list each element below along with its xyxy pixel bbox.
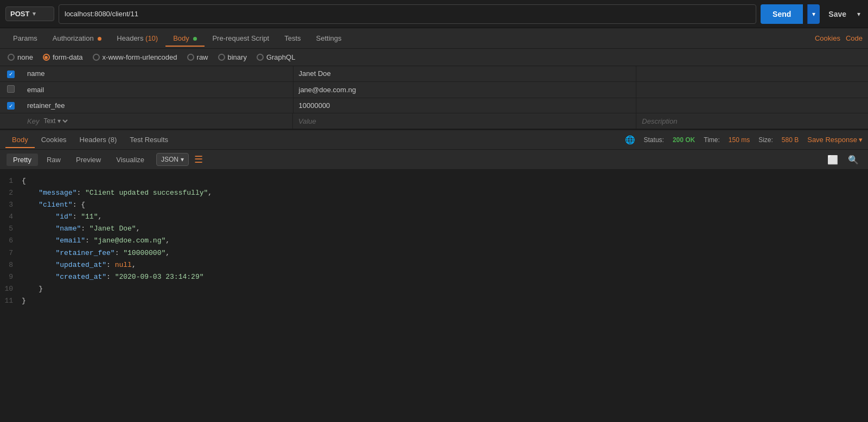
fmt-tab-visualize[interactable]: Visualize (110, 154, 151, 166)
copy-icon[interactable]: ⬜ (825, 154, 841, 166)
save-button[interactable]: Save (824, 6, 851, 22)
row-1-value[interactable]: Janet Doe (299, 69, 331, 78)
radio-form-data-circle (43, 54, 50, 61)
row-3-checkbox[interactable] (7, 102, 15, 110)
tab-authorization[interactable]: Authorization (45, 30, 110, 47)
format-bar-right: ⬜ 🔍 (825, 154, 861, 166)
code-line: 2 "message": "Client updated successfull… (0, 187, 863, 199)
body-type-row: none form-data x-www-form-urlencoded raw… (0, 49, 868, 66)
form-data-table: name Janet Doe email jane@doe.com.ng ret… (0, 66, 868, 129)
code-line: 11 } (0, 295, 863, 307)
fmt-tab-pretty[interactable]: Pretty (7, 154, 38, 166)
code-line: 9 "created_at": "2020-09-03 23:14:29" (0, 271, 863, 283)
description-placeholder: Description (642, 117, 677, 125)
fmt-tab-preview[interactable]: Preview (69, 154, 107, 166)
top-right-links: Cookies Code (815, 34, 863, 42)
radio-none-label: none (17, 53, 33, 61)
row-2-checkbox[interactable] (7, 85, 15, 93)
method-selector[interactable]: POST ▾ (5, 7, 54, 21)
resp-tab-headers[interactable]: Headers (8) (73, 131, 124, 148)
save-dropdown-button[interactable]: ▾ (855, 7, 863, 22)
response-status: 🌐 Status: 200 OK Time: 150 ms Size: 580 … (625, 135, 863, 145)
table-row: name Janet Doe (0, 66, 868, 81)
row-1-checkbox[interactable] (7, 71, 15, 78)
resp-tab-cookies[interactable]: Cookies (35, 131, 73, 148)
radio-urlencoded[interactable]: x-www-form-urlencoded (93, 53, 177, 61)
key-placeholder[interactable]: Key (27, 117, 39, 125)
code-line: 4 "id": "11", (0, 211, 863, 223)
tab-params[interactable]: Params (5, 30, 45, 47)
size-label: Size: (758, 136, 773, 144)
body-dot (193, 37, 197, 41)
code-link[interactable]: Code (846, 34, 863, 42)
json-format-select[interactable]: JSON ▾ (156, 153, 189, 166)
globe-icon: 🌐 (625, 135, 635, 145)
code-line: 6 "email": "jane@doe.com.ng", (0, 235, 863, 247)
url-input[interactable] (59, 4, 756, 24)
code-line: 3 "client": { (0, 199, 863, 211)
size-value: 580 B (782, 136, 799, 144)
radio-urlencoded-label: x-www-form-urlencoded (103, 53, 177, 61)
row-3-value[interactable]: 10000000 (299, 101, 330, 110)
radio-binary-circle (218, 54, 225, 61)
radio-form-data-label: form-data (53, 53, 83, 61)
type-select[interactable]: Text ▾ (41, 117, 69, 125)
send-button[interactable]: Send (761, 4, 803, 24)
table-row-placeholder: Key Text ▾ Value Description (0, 113, 868, 129)
authorization-dot (98, 37, 101, 41)
radio-form-data[interactable]: form-data (43, 53, 83, 61)
top-bar: POST ▾ Send ▾ Save ▾ (0, 0, 868, 28)
radio-urlencoded-circle (93, 54, 100, 61)
json-format-label: JSON (161, 156, 178, 163)
format-bar: Pretty Raw Preview Visualize JSON ▾ ☰ ⬜ … (0, 150, 868, 170)
row-2-value[interactable]: jane@doe.com.ng (299, 86, 356, 94)
code-line: 7 "retainer_fee": "10000000", (0, 247, 863, 259)
cookies-link[interactable]: Cookies (815, 34, 840, 42)
method-chevron-icon: ▾ (33, 10, 36, 17)
row-3-key[interactable]: retainer_fee (27, 101, 65, 110)
table-row: email jane@doe.com.ng (0, 81, 868, 98)
code-line: 8 "updated_at": null, (0, 259, 863, 271)
tab-pre-request[interactable]: Pre-request Script (205, 30, 277, 47)
code-line: 1 { (0, 175, 863, 187)
radio-none[interactable]: none (8, 53, 33, 61)
wrap-lines-icon[interactable]: ☰ (194, 154, 203, 165)
radio-raw[interactable]: raw (187, 53, 208, 61)
main-content: Params Authorization Headers (10) Body P… (0, 28, 868, 422)
code-line: 5 "name": "Janet Doe", (0, 223, 863, 235)
radio-raw-label: raw (197, 53, 208, 61)
status-label: Status: (644, 136, 664, 144)
resp-tab-body[interactable]: Body (5, 131, 35, 148)
tab-tests[interactable]: Tests (277, 30, 308, 47)
send-dropdown-button[interactable]: ▾ (807, 4, 820, 24)
row-2-key[interactable]: email (27, 86, 44, 94)
tab-headers[interactable]: Headers (10) (109, 30, 165, 47)
code-line: 10 } (0, 283, 863, 295)
value-placeholder[interactable]: Value (298, 117, 316, 125)
table-row: retainer_fee 10000000 (0, 98, 868, 113)
status-value: 200 OK (673, 136, 695, 144)
time-label: Time: (704, 136, 720, 144)
method-label: POST (10, 10, 29, 18)
radio-raw-circle (187, 54, 194, 61)
radio-graphql-circle (257, 54, 264, 61)
time-value: 150 ms (729, 136, 750, 144)
radio-none-circle (8, 54, 15, 61)
resp-tab-test-results[interactable]: Test Results (123, 131, 175, 148)
save-response-label: Save Response (807, 136, 857, 144)
save-response-chevron-icon: ▾ (859, 136, 863, 144)
radio-graphql[interactable]: GraphQL (257, 53, 295, 61)
headers-count: (10) (145, 34, 158, 42)
code-area[interactable]: 1 { 2 "message": "Client updated success… (0, 170, 868, 422)
tab-settings[interactable]: Settings (309, 30, 349, 47)
search-icon[interactable]: 🔍 (845, 154, 861, 166)
radio-binary-label: binary (228, 53, 247, 61)
tab-body[interactable]: Body (165, 30, 205, 47)
request-section: Params Authorization Headers (10) Body P… (0, 28, 868, 129)
save-response-button[interactable]: Save Response ▾ (807, 136, 863, 144)
json-format-chevron-icon: ▾ (181, 156, 184, 163)
request-tabs: Params Authorization Headers (10) Body P… (0, 28, 868, 49)
row-1-key[interactable]: name (27, 69, 45, 78)
radio-binary[interactable]: binary (218, 53, 247, 61)
fmt-tab-raw[interactable]: Raw (40, 154, 67, 166)
